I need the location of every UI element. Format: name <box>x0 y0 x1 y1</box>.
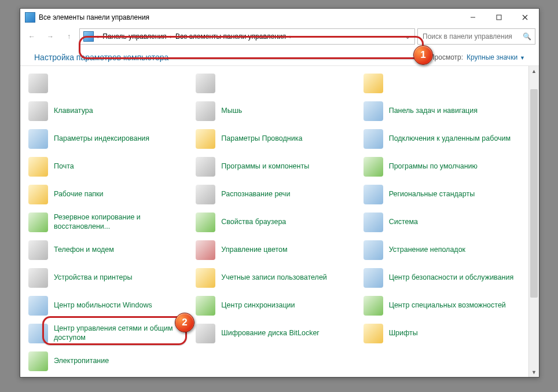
cp-item[interactable] <box>192 69 357 97</box>
badge-2: 2 <box>175 313 194 332</box>
cp-item[interactable]: Мышь <box>192 97 357 125</box>
cp-item-icon <box>364 74 383 93</box>
scrollbar[interactable]: ▲ ▼ <box>528 66 539 377</box>
cp-item-label: Параметры Проводника <box>221 134 302 144</box>
close-button[interactable] <box>512 9 538 25</box>
chevron-down-icon: ▼ <box>520 55 525 61</box>
cp-item[interactable]: Управление цветом <box>192 236 357 264</box>
address-dropdown-icon[interactable]: ⌄ <box>405 34 410 40</box>
cp-item[interactable]: Программы по умолчанию <box>360 153 525 181</box>
cp-item[interactable]: Центр управления сетями и общим доступом <box>25 320 190 347</box>
cp-item-icon <box>28 296 48 316</box>
cp-item-label: Центр специальных возможностей <box>389 301 506 310</box>
cp-item-icon <box>364 324 383 343</box>
cp-item-icon <box>364 240 383 260</box>
cp-item-icon <box>28 213 48 232</box>
cp-item[interactable]: Рабочие папки <box>25 181 190 208</box>
cp-item[interactable]: Устройства и принтеры <box>25 264 190 292</box>
breadcrumb-2[interactable]: Все элементы панели управления <box>175 32 286 41</box>
cp-item[interactable]: Устранение неполадок <box>360 236 525 264</box>
cp-item-label: Телефон и модем <box>54 246 114 255</box>
cp-item[interactable]: Клавиатура <box>25 97 190 125</box>
cp-item-label: Учетные записи пользователей <box>221 273 327 283</box>
cp-item-icon <box>364 157 383 177</box>
search-input[interactable] <box>421 32 519 41</box>
cp-item[interactable]: Региональные стандарты <box>360 181 525 208</box>
cp-item-icon <box>196 213 215 232</box>
view-label: Просмотр: <box>429 53 463 61</box>
cp-item-icon <box>364 129 383 149</box>
cp-item-label: Центр управления сетями и общим доступом <box>54 324 186 342</box>
cp-item[interactable]: Система <box>360 208 525 236</box>
address-bar[interactable]: › Панель управления › Все элементы панел… <box>79 28 415 45</box>
cp-item[interactable]: Шифрование диска BitLocker <box>192 320 357 347</box>
scroll-down-button[interactable]: ▼ <box>529 367 539 377</box>
cp-item-label: Панель задач и навигация <box>389 107 478 116</box>
scroll-thumb[interactable] <box>530 89 538 298</box>
badge-1: 1 <box>413 45 433 65</box>
app-icon <box>25 12 35 23</box>
minimize-button[interactable] <box>460 9 486 25</box>
cp-item[interactable] <box>360 69 525 97</box>
cp-item-label: Шрифты <box>389 329 418 338</box>
cp-item-label: Центр безопасности и обслуживания <box>389 273 514 283</box>
cp-item-label: Система <box>389 218 418 227</box>
view-value[interactable]: Крупные значки▼ <box>467 53 525 61</box>
cp-item[interactable]: Электропитание <box>25 347 190 375</box>
cp-item[interactable]: Шрифты <box>360 320 525 347</box>
cp-item-label: Шифрование диска BitLocker <box>221 329 319 338</box>
cp-item[interactable]: Телефон и модем <box>25 236 190 264</box>
cp-item-label: Свойства браузера <box>221 218 286 227</box>
cp-item-icon <box>196 268 215 288</box>
cp-item-icon <box>364 101 383 121</box>
cp-item-icon <box>28 185 48 204</box>
cp-item[interactable]: Подключения к удаленным рабочим <box>360 125 525 153</box>
cp-item[interactable] <box>25 69 190 97</box>
cp-item-label: Управление цветом <box>221 246 287 255</box>
cp-item[interactable]: Параметры Проводника <box>192 125 357 153</box>
scroll-up-button[interactable]: ▲ <box>529 66 539 76</box>
cp-item[interactable]: Центр безопасности и обслуживания <box>360 264 525 292</box>
forward-button[interactable]: → <box>42 28 58 45</box>
cp-item[interactable]: Панель задач и навигация <box>360 97 525 125</box>
content-area: КлавиатураМышьПанель задач и навигацияПа… <box>20 65 539 377</box>
cp-item-icon <box>28 240 48 260</box>
up-button[interactable]: ↑ <box>61 28 77 45</box>
cp-item[interactable]: Распознавание речи <box>192 181 357 208</box>
cp-item-label: Региональные стандарты <box>389 190 475 199</box>
cp-item-label: Центр синхронизации <box>221 301 295 310</box>
items-grid: КлавиатураМышьПанель задач и навигацияПа… <box>25 66 525 377</box>
cp-item-icon <box>364 185 383 204</box>
maximize-button[interactable] <box>486 9 512 25</box>
cp-item[interactable]: Центр синхронизации <box>192 292 357 320</box>
cp-item-icon <box>28 351 48 371</box>
cp-item-icon <box>28 324 48 343</box>
cp-item[interactable]: Программы и компоненты <box>192 153 357 181</box>
sub-header: Настройка параметров компьютера Просмотр… <box>20 47 539 65</box>
cp-item[interactable]: Резервное копирование и восстановлени... <box>25 208 190 236</box>
cp-item-icon <box>364 296 383 316</box>
cp-item-icon <box>196 101 215 121</box>
nav-bar: ← → ↑ › Панель управления › Все элементы… <box>20 26 539 47</box>
search-icon: 🔍 <box>523 32 531 41</box>
cp-item[interactable]: Центр мобильности Windows <box>25 292 190 320</box>
titlebar: Все элементы панели управления <box>20 9 539 26</box>
cp-item[interactable]: Параметры индексирования <box>25 125 190 153</box>
cp-item-label: Резервное копирование и восстановлени... <box>54 213 186 231</box>
search-box[interactable]: 🔍 <box>417 28 535 45</box>
cp-item-label: Устройства и принтеры <box>54 273 132 283</box>
cp-item-icon <box>28 157 48 177</box>
cp-item-icon <box>28 101 48 121</box>
cp-item-icon <box>196 240 215 260</box>
back-button[interactable]: ← <box>24 28 40 45</box>
cp-item[interactable]: Центр специальных возможностей <box>360 292 525 320</box>
control-panel-icon <box>83 31 94 42</box>
cp-item[interactable]: Почта <box>25 153 190 181</box>
cp-item[interactable]: Учетные записи пользователей <box>192 264 357 292</box>
breadcrumb-1[interactable]: Панель управления <box>102 32 166 41</box>
control-panel-window: Все элементы панели управления ← → ↑ › П… <box>20 8 539 378</box>
cp-item[interactable]: Свойства браузера <box>192 208 357 236</box>
cp-item-icon <box>196 157 215 177</box>
cp-item-icon <box>196 296 215 316</box>
cp-item-label: Программы и компоненты <box>221 162 309 171</box>
